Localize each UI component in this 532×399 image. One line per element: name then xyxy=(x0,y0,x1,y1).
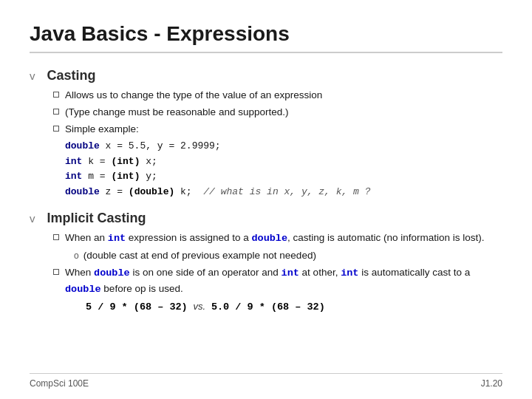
expr-row: 5 / 9 * (68 – 32) vs. 5.0 / 9 * (68 – 32… xyxy=(86,299,325,316)
int-highlight-3: int xyxy=(341,267,358,279)
implicit-sub-text-1: (double cast at end of previous example … xyxy=(83,248,316,264)
bullet-v-implicit: v xyxy=(30,212,35,225)
section-casting: v Casting Allows us to change the type o… xyxy=(30,68,502,200)
footer-left: CompSci 100E xyxy=(30,378,89,389)
implicit-bullet-2: When double is on one side of an operato… xyxy=(53,265,502,298)
sq-bullet-1 xyxy=(53,92,59,98)
casting-content: Allows us to change the type of the valu… xyxy=(53,88,502,200)
expression-comparison: 5 / 9 * (68 – 32) vs. 5.0 / 9 * (68 – 32… xyxy=(74,299,502,316)
casting-text-2: (Type change must be reasonable and supp… xyxy=(65,105,288,120)
sq-bullet-4 xyxy=(53,234,59,240)
footer-right: J1.20 xyxy=(481,378,502,389)
casting-text-3: Simple example: xyxy=(65,122,139,137)
slide-title: Java Basics - Expressions xyxy=(30,22,502,53)
sq-bullet-2 xyxy=(53,109,59,115)
double-highlight-3: double xyxy=(65,284,101,295)
sq-bullet-3 xyxy=(53,126,59,132)
casting-title: Casting xyxy=(47,68,96,83)
footer: CompSci 100E J1.20 xyxy=(30,373,502,389)
casting-text-1: Allows us to change the type of the valu… xyxy=(65,88,322,103)
slide: Java Basics - Expressions v Casting Allo… xyxy=(0,0,532,399)
casting-header: v Casting xyxy=(30,68,502,83)
double-highlight-1: double xyxy=(251,233,287,244)
code-line-4: double z = (double) k; // what is in x, … xyxy=(65,185,502,200)
casting-bullet-2: (Type change must be reasonable and supp… xyxy=(53,105,502,120)
implicit-sub-bullet-1: o (double cast at end of previous exampl… xyxy=(74,248,502,264)
implicit-text-2: When double is on one side of an operato… xyxy=(65,265,502,298)
bullet-v-casting: v xyxy=(30,69,35,82)
casting-bullet-1: Allows us to change the type of the valu… xyxy=(53,88,502,103)
implicit-casting-header: v Implicit Casting xyxy=(30,211,502,226)
expr1: 5 / 9 * (68 – 32) xyxy=(86,301,188,313)
implicit-casting-title: Implicit Casting xyxy=(47,211,146,226)
vs-label: vs. xyxy=(194,301,206,312)
implicit-casting-content: When an int expression is assigned to a … xyxy=(53,231,502,316)
section-implicit-casting: v Implicit Casting When an int expressio… xyxy=(30,211,502,316)
casting-code: double x = 5.5, y = 2.9999; int k = (int… xyxy=(65,139,502,200)
casting-bullet-3: Simple example: xyxy=(53,122,502,137)
double-highlight-2: double xyxy=(94,267,130,279)
int-highlight-2: int xyxy=(282,267,299,279)
implicit-bullet-1: When an int expression is assigned to a … xyxy=(53,231,502,247)
circle-bullet-1: o xyxy=(74,250,79,261)
sq-bullet-5 xyxy=(53,269,59,275)
code-line-2: int k = (int) x; xyxy=(65,154,502,170)
expr2: 5.0 / 9 * (68 – 32) xyxy=(211,301,325,313)
int-highlight-1: int xyxy=(108,233,126,244)
implicit-text-1: When an int expression is assigned to a … xyxy=(65,231,484,247)
code-line-3: int m = (int) y; xyxy=(65,169,502,185)
code-line-1: double x = 5.5, y = 2.9999; xyxy=(65,139,502,154)
